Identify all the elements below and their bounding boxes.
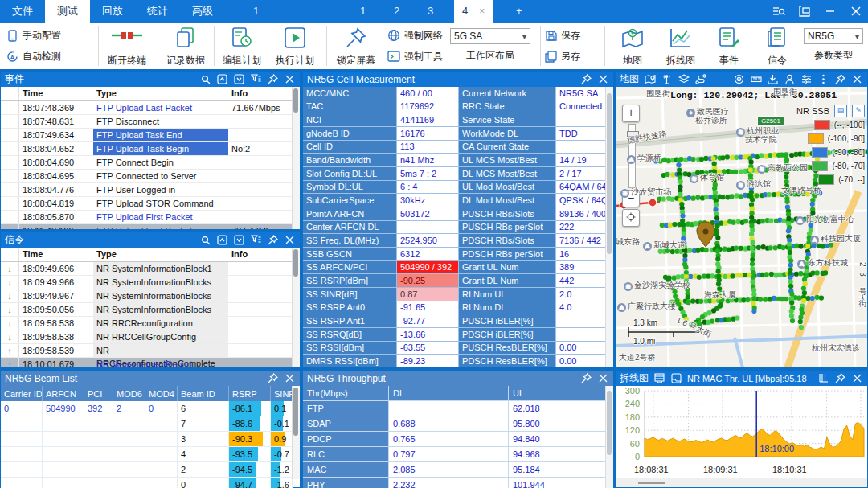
lock-screen-button[interactable]: 锁定屏幕	[333, 25, 379, 67]
beam-vscrollbar[interactable]	[292, 386, 300, 479]
signaling-row[interactable]: ↓18:09:49.696NR SystemInformationBlock1	[1, 262, 300, 276]
zoom-in-button[interactable]: +	[622, 105, 640, 122]
signaling-row[interactable]: ↓18:09:49.967NR SystemInformationBlocks	[1, 289, 300, 303]
signaling-row[interactable]: ↑18:10:01.679NR MeasurementReport	[1, 358, 300, 367]
filter-icon[interactable]	[250, 234, 262, 246]
signaling-row[interactable]: ↓18:09:50.056NR SystemInformationBlocks	[1, 303, 300, 317]
workspace-layout-button[interactable]: 工作区布局	[450, 49, 530, 63]
layers-icon[interactable]	[678, 73, 690, 85]
close-panel-icon[interactable]	[284, 234, 296, 246]
close-panel-icon[interactable]	[597, 73, 609, 85]
tab-4-active[interactable]: 4×	[454, 0, 493, 23]
events-column-header[interactable]: TimeTypeInfo	[1, 87, 300, 101]
download-icon[interactable]	[767, 73, 779, 85]
signaling-table[interactable]: TimeTypeInfo ↓18:09:49.696NR SystemInfor…	[1, 248, 300, 367]
beam-column-header[interactable]: MOD6	[113, 386, 145, 401]
manual-config-button[interactable]: 手动配置	[6, 26, 61, 45]
snip-icon[interactable]	[797, 4, 812, 18]
cell-measurement-table[interactable]: MCC/MNC460 / 00Current NetworkNR5G SATAC…	[303, 87, 613, 367]
beam-column-header[interactable]: Beam ID	[178, 386, 229, 401]
close-panel-icon[interactable]	[851, 73, 863, 85]
beam-column-header[interactable]: SINR	[271, 386, 293, 401]
pin-icon[interactable]	[834, 372, 846, 384]
close-window-icon[interactable]	[849, 4, 863, 18]
antenna-icon[interactable]	[661, 73, 673, 85]
force-tool-button[interactable]: 强制工具	[387, 47, 443, 66]
pin-icon[interactable]	[834, 73, 846, 85]
location-icon[interactable]	[784, 73, 796, 85]
throughput-table[interactable]: Thr(Mbps)DLULFTP62.018SDAP0.68895.800PDC…	[303, 386, 613, 488]
search-icon[interactable]	[199, 73, 211, 85]
save-button[interactable]: 保存	[545, 26, 580, 45]
chart-table-icon[interactable]	[653, 372, 665, 384]
events-scrollbar[interactable]	[292, 87, 300, 229]
signaling-view-button[interactable]: 信令	[754, 25, 800, 67]
line-chart-view-button[interactable]: 拆线图	[657, 25, 704, 67]
auto-detect-button[interactable]: A 自动检测	[6, 47, 61, 66]
chart-export-icon[interactable]	[670, 372, 682, 384]
tp-scrollbar[interactable]	[605, 386, 613, 488]
pin-icon[interactable]	[267, 73, 279, 85]
pin-icon[interactable]	[580, 372, 592, 384]
beam-list-table[interactable]: Carrier IDARFCNPCIMOD6MOD4Beam IDRSRPSIN…	[1, 386, 293, 488]
beam-column-header[interactable]: Carrier ID	[1, 386, 43, 401]
map-canvas[interactable]: Long: 120.29042; Lat: 30.28051 G2501 NR …	[616, 87, 867, 367]
edit-plan-button[interactable]: 编辑计划	[219, 25, 265, 67]
signaling-column-header[interactable]: TimeTypeInfo	[1, 248, 300, 262]
menu-statistics[interactable]: 统计	[135, 0, 180, 23]
cm-scrollbar[interactable]	[605, 87, 613, 367]
locate-button[interactable]	[622, 209, 640, 227]
signaling-row[interactable]: ↓18:09:58.538NR RRCReconfiguration	[1, 317, 300, 330]
next-event-icon[interactable]	[233, 73, 245, 85]
event-row[interactable]: 18:11:43.126FTP Upload Last Packet78.547…	[1, 224, 300, 229]
event-row[interactable]: 18:08:04.652FTP Upload Task BeginNo:2	[1, 142, 300, 156]
find-in-list-icon[interactable]	[772, 4, 786, 18]
pin-icon[interactable]	[580, 73, 592, 85]
search-icon[interactable]	[199, 234, 211, 246]
pin-icon[interactable]	[267, 234, 279, 246]
beam-column-header[interactable]: RSRP	[229, 386, 271, 401]
chart-scrollbar[interactable]	[616, 478, 867, 487]
force-network-button[interactable]: 强制网络	[387, 26, 443, 45]
beam-column-header[interactable]: MOD4	[145, 386, 178, 401]
chart-axes-icon[interactable]	[817, 372, 829, 384]
event-row[interactable]: 18:07:48.631FTP Disconnect	[1, 115, 300, 129]
throughput-chart[interactable]: 18:10:00 300240180120600 18:08:3118:09:3…	[616, 386, 867, 487]
legend-edit-icon[interactable]: ✎	[852, 105, 865, 117]
save-as-button[interactable]: 另存	[545, 47, 580, 66]
new-tab-button[interactable]: +	[508, 0, 530, 23]
throughput-column-header[interactable]: UL	[509, 386, 606, 400]
map-export-icon[interactable]	[644, 73, 656, 85]
network-select[interactable]: 5G SA▾	[450, 28, 530, 44]
param-type-select[interactable]: NR5G▾	[804, 28, 863, 44]
route-icon[interactable]	[694, 73, 706, 85]
event-row[interactable]: 18:08:05.870FTP Upload First Packet	[1, 211, 300, 224]
menu-file[interactable]: 文件	[0, 0, 45, 23]
menu-replay[interactable]: 回放	[90, 0, 135, 23]
events-table[interactable]: TimeTypeInfo 18:07:48.369FTP Upload Last…	[1, 87, 300, 229]
events-view-button[interactable]: 事件	[706, 25, 752, 67]
menu-advanced[interactable]: 高级	[180, 0, 225, 23]
signaling-row[interactable]: ↑18:09:58.539NR RRCReconfigurationComple…	[1, 344, 300, 358]
close-panel-icon[interactable]	[284, 73, 296, 85]
minimize-icon[interactable]	[823, 4, 837, 18]
close-panel-icon[interactable]	[284, 372, 296, 384]
filter-icon[interactable]	[250, 73, 262, 85]
menu-test[interactable]: 测试	[45, 0, 90, 23]
tab-2[interactable]: 2	[394, 0, 399, 23]
close-panel-icon[interactable]	[851, 372, 863, 384]
prev-event-icon[interactable]	[216, 73, 228, 85]
more-options-icon[interactable]	[817, 73, 829, 85]
next-message-icon[interactable]	[233, 234, 245, 246]
signaling-row[interactable]: ↓18:09:49.966NR SystemInformationBlocks	[1, 276, 300, 289]
close-panel-icon[interactable]	[597, 372, 609, 384]
legend-note-icon[interactable]: ▤	[834, 105, 847, 117]
settings-sliders-icon[interactable]	[800, 73, 813, 85]
signaling-row[interactable]: ↓18:09:58.538NR RRCCellGroupConfig	[1, 330, 300, 344]
event-row[interactable]: 18:08:04.695FTP Connected to Server	[1, 170, 300, 183]
event-row[interactable]: 18:07:48.369FTP Upload Last Packet71.667…	[1, 101, 300, 115]
disconnect-button[interactable]: 断开终端	[101, 25, 153, 67]
event-row[interactable]: 18:07:49.634FTP Upload Task End	[1, 129, 300, 142]
tab-1[interactable]: 1	[360, 0, 366, 23]
event-row[interactable]: 18:08:04.819FTP Upload STOR Command	[1, 197, 300, 211]
